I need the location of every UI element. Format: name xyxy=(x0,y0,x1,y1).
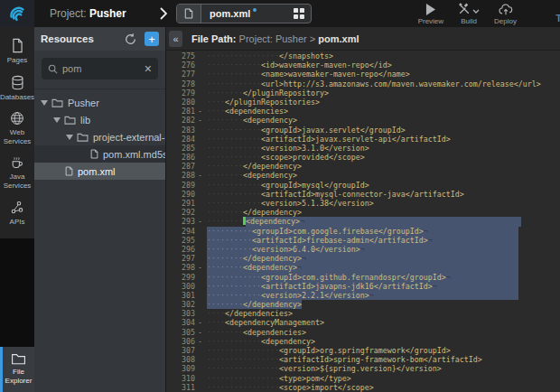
code-line[interactable]: 283············<groupId>javax.servlet</g… xyxy=(166,126,560,135)
code-line[interactable]: 293-········<dependency>¬ xyxy=(166,217,560,226)
code-line[interactable]: 299············<groupId>com.github.ferna… xyxy=(166,273,560,282)
fold-marker[interactable]: - xyxy=(195,328,207,337)
code-area[interactable]: 275················</snapshots>276······… xyxy=(166,51,560,392)
fold-marker[interactable]: - xyxy=(195,337,207,346)
file-tree: Pusherlibproject-external-dependpom.xml.… xyxy=(34,89,165,180)
indent-whitespace: ········ xyxy=(207,116,243,125)
caret-down-icon[interactable] xyxy=(41,100,48,106)
build-button[interactable]: Build xyxy=(458,3,480,25)
code-line[interactable]: 291············<version>5.1.38</version> xyxy=(166,199,560,208)
wavemaker-logo[interactable] xyxy=(0,0,34,27)
code-line[interactable]: 307················<groupId>org.springfr… xyxy=(166,346,560,355)
code-line[interactable]: 288-········<dependency> xyxy=(166,171,560,180)
add-resource-button[interactable]: + xyxy=(145,32,159,46)
code-line[interactable]: 279········</pluginRepository> xyxy=(166,89,560,98)
code-line[interactable]: 289············<groupId>mysql</groupId> xyxy=(166,181,560,190)
tab-pom-xml[interactable]: pom.xml xyxy=(176,4,312,23)
line-number: 306 xyxy=(166,337,195,346)
code-line[interactable]: 301············<version>2.2.1</version>¬ xyxy=(166,291,560,300)
code-line[interactable]: 280····</pluginRepositories> xyxy=(166,98,560,107)
line-number: 279 xyxy=(166,89,195,98)
build-menu-chevron-down-icon[interactable] xyxy=(472,7,480,15)
newline-mark: ¬ xyxy=(428,236,433,245)
tree-item-pusher[interactable]: Pusher xyxy=(34,94,165,111)
tree-item-pom-xml-md5sum[interactable]: pom.xml.md5sum xyxy=(34,145,165,163)
code-line[interactable]: 303····</dependencies> xyxy=(166,309,560,318)
fold-marker[interactable]: - xyxy=(195,217,207,226)
newline-mark: ¬ xyxy=(369,291,374,300)
fold-marker[interactable]: - xyxy=(195,263,207,272)
code-line[interactable]: 294··········<groupId>com.google.firebas… xyxy=(166,227,560,236)
newline-mark: ¬ xyxy=(433,282,437,291)
file-explorer-label: File Explorer xyxy=(3,368,34,385)
clear-search-icon[interactable]: × xyxy=(145,62,152,75)
newline-mark: ¬ xyxy=(300,217,304,226)
indent-whitespace: ············ xyxy=(207,61,261,70)
code-text: <version>${spring.version}</version> xyxy=(279,364,442,373)
caret-down-icon[interactable] xyxy=(66,135,73,140)
indent-whitespace: ················ xyxy=(207,51,279,61)
deploy-button[interactable]: Deploy xyxy=(494,3,517,25)
code-line[interactable]: 305-········<dependencies> xyxy=(166,328,560,337)
code-line[interactable]: 277············<name>wavemaker-maven-rep… xyxy=(166,70,560,79)
tree-item-project-external-depend[interactable]: project-external-depend xyxy=(34,128,165,145)
code-line[interactable]: 302········</dependency> xyxy=(166,300,560,309)
grid-view-button[interactable] xyxy=(294,8,304,19)
code-line[interactable]: 285············<version>3.1.0</version> xyxy=(166,144,560,153)
fold-marker[interactable]: - xyxy=(195,171,207,180)
code-line[interactable]: 284············<artifactId>javax.servlet… xyxy=(166,135,560,144)
code-line[interactable]: 304-····<dependencyManagement> xyxy=(166,318,560,327)
preview-button[interactable]: Preview xyxy=(418,3,443,25)
indent-whitespace: ·········· xyxy=(207,236,252,245)
line-number: 301 xyxy=(166,291,195,300)
code-line[interactable]: 306-············<dependency> xyxy=(166,337,560,346)
code-line[interactable]: 298-········<dependency>¬ xyxy=(166,263,560,272)
code-line[interactable]: 281-····<dependencies> xyxy=(166,107,560,116)
code-line[interactable]: 292········</dependency> xyxy=(166,208,560,217)
line-number: 291 xyxy=(166,199,195,208)
tree-item-pom-xml[interactable]: pom.xml xyxy=(34,163,165,180)
code-line[interactable]: 309················<version>${spring.ver… xyxy=(166,364,560,373)
code-text: <dependency> xyxy=(261,337,315,346)
code-line[interactable]: 297········</dependency>¬ xyxy=(166,254,560,263)
tree-item-label: pom.xml xyxy=(78,166,116,177)
sidebar-item-databases[interactable]: Databases xyxy=(0,75,34,102)
tree-item-lib[interactable]: lib xyxy=(34,111,165,128)
truncated-edge-label[interactable]: T xyxy=(555,13,560,23)
code-line[interactable]: 275················</snapshots> xyxy=(166,51,560,61)
code-line[interactable]: 287········</dependency> xyxy=(166,162,560,171)
sidebar-item-web-services[interactable]: Web Services xyxy=(0,111,34,145)
indent-whitespace: ········ xyxy=(207,300,243,309)
indent-whitespace: ············ xyxy=(207,291,261,300)
sidebar-item-apis[interactable]: APIs xyxy=(0,201,34,227)
caret-down-icon[interactable] xyxy=(53,117,61,123)
newline-mark: ¬ xyxy=(446,273,451,282)
sidebar-item-file-explorer[interactable]: File Explorer xyxy=(0,347,34,392)
code-line[interactable]: 310················<type>pom</type> xyxy=(166,374,560,383)
code-line[interactable]: 296··········<version>6.4.0</version>¬ xyxy=(166,245,560,254)
code-text: </dependency> xyxy=(243,254,302,263)
sidebar-item-java-services[interactable]: Java Services xyxy=(0,155,34,190)
refresh-button[interactable] xyxy=(125,33,136,45)
code-line[interactable]: 295··········<artifactId>firebase-admin<… xyxy=(166,236,560,245)
fold-marker[interactable]: - xyxy=(195,116,207,125)
code-line[interactable]: 278············<url>http://s3.amazonaws.… xyxy=(166,79,560,89)
code-line[interactable]: 290············<artifactId>mysql-connect… xyxy=(166,190,560,199)
code-line[interactable]: 282-········<dependency> xyxy=(166,116,560,125)
fold-marker[interactable]: - xyxy=(195,107,207,116)
indent-whitespace: ················ xyxy=(207,346,279,355)
fold-marker[interactable]: - xyxy=(195,318,207,327)
code-line[interactable]: 311················<scope>import</scope> xyxy=(166,383,560,392)
collapse-panel-button[interactable]: « xyxy=(169,31,182,47)
code-line[interactable]: 308················<artifactId>spring-fr… xyxy=(166,355,560,364)
code-line[interactable]: 276············<id>wavemaker-maven-repo<… xyxy=(166,61,560,70)
indent-whitespace: ········ xyxy=(207,171,243,180)
code-line[interactable]: 286············<scope>provided</scope> xyxy=(166,153,560,162)
sidebar-item-pages[interactable]: Pages xyxy=(0,38,34,65)
topbar-actions: PreviewBuildDeploy xyxy=(418,3,517,25)
code-text: </pluginRepositories> xyxy=(225,98,320,107)
search-input[interactable] xyxy=(62,63,140,74)
indent-whitespace: ············ xyxy=(207,282,261,291)
code-line[interactable]: 300············<artifactId>javapns-jdk16… xyxy=(166,282,560,291)
code-text: <groupId>mysql</groupId> xyxy=(261,181,369,190)
